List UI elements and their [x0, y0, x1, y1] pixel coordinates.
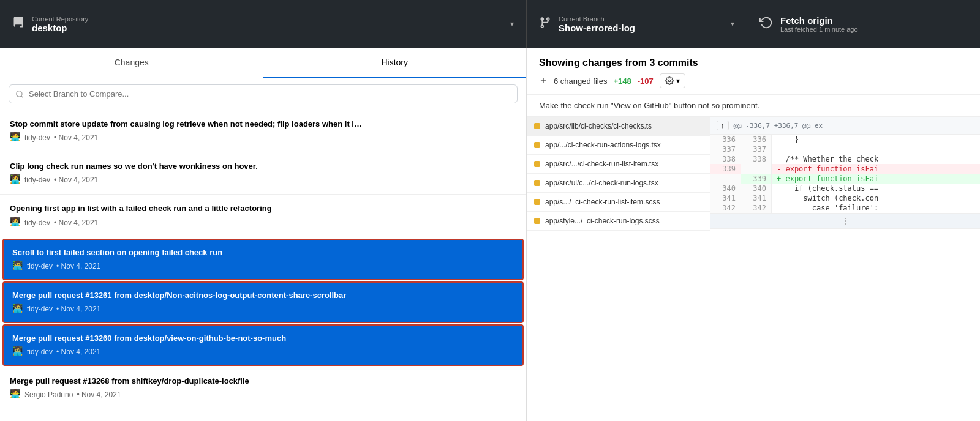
left-panel: Changes History Stop commit store update…	[0, 48, 527, 421]
commit-author: 🧑‍💻 tidy-dev • Nov 4, 2021	[12, 304, 514, 315]
commit-author: 🧑‍💻 tidy-dev • Nov 4, 2021	[10, 132, 516, 143]
fetch-sub: Last fetched 1 minute ago	[780, 26, 968, 33]
commit-author: 🧑‍💻 Sergio Padrino • Nov 4, 2021	[10, 389, 516, 400]
tab-history[interactable]: History	[263, 48, 527, 78]
commit-date: • Nov 4, 2021	[54, 133, 98, 142]
commit-title: Merge pull request #13260 from desktop/v…	[12, 333, 514, 344]
commit-date: • Nov 4, 2021	[56, 305, 100, 313]
line-content: case 'failure':	[772, 203, 980, 213]
author-name: tidy-dev	[27, 305, 53, 313]
line-num-left: 339	[710, 164, 741, 174]
commit-author: 🧑‍💻 tidy-dev • Nov 4, 2021	[10, 217, 516, 228]
commit-item[interactable]: Merge pull request #13261 from desktop/N…	[2, 281, 524, 323]
file-item[interactable]: app/.../ci-check-run-actions-logs.tsx	[527, 136, 710, 155]
commit-item[interactable]: Clip long check run names so we don't ha…	[0, 152, 526, 195]
diff-line: 337 337	[710, 144, 980, 154]
svg-point-2	[668, 80, 671, 82]
author-name: tidy-dev	[24, 218, 50, 227]
file-status-dot	[534, 218, 540, 224]
file-name: app/src/.../ci-check-run-list-item.tsx	[545, 160, 658, 168]
file-item[interactable]: app/style.../_ci-check-run-logs.scss	[527, 212, 710, 231]
repo-icon	[12, 17, 24, 32]
author-avatar: 🧑‍💻	[12, 261, 23, 272]
fetch-section[interactable]: Fetch origin Last fetched 1 minute ago	[747, 0, 980, 48]
file-item[interactable]: app/s.../_ci-check-run-list-item.scss	[527, 193, 710, 212]
diff-line: 339 + export function isFai	[710, 174, 980, 184]
tab-changes[interactable]: Changes	[0, 48, 263, 78]
branch-section[interactable]: Current Branch Show-errored-log ▾	[527, 0, 747, 48]
deletions-count: -107	[638, 76, 654, 86]
commit-date: • Nov 4, 2021	[56, 262, 100, 270]
commit-item[interactable]: Opening first app in list with a failed …	[0, 195, 526, 237]
diff-expand-button[interactable]: ↑	[717, 121, 729, 130]
author-name: tidy-dev	[27, 262, 53, 270]
fetch-text: Fetch origin Last fetched 1 minute ago	[780, 15, 968, 33]
commit-author: 🧑‍💻 tidy-dev • Nov 4, 2021	[10, 174, 516, 185]
files-icon	[539, 76, 548, 85]
file-item[interactable]: app/src/lib/ci-checks/ci-checks.ts	[527, 117, 710, 136]
file-status-dot	[534, 123, 540, 129]
line-num-right: 338	[741, 154, 772, 164]
repo-chevron-icon: ▾	[510, 20, 514, 28]
commit-item[interactable]: Scroll to first failed section on openin…	[2, 239, 524, 280]
repo-text: Current Repository desktop	[32, 15, 503, 33]
line-content: if (check.status ==	[772, 184, 980, 193]
branch-icon	[539, 17, 551, 32]
file-item[interactable]: app/src/ui/c.../ci-check-run-logs.tsx	[527, 174, 710, 193]
file-list: app/src/lib/ci-checks/ci-checks.ts app/.…	[527, 117, 710, 421]
diff-hunk-label: @@ -336,7 +336,7 @@ ex	[734, 122, 823, 130]
diff-line: 341 341 switch (check.con	[710, 193, 980, 203]
diff-lines: 336 336 } 337 337 338 338 /** Whether th…	[710, 135, 980, 213]
author-name: tidy-dev	[24, 133, 50, 142]
additions-count: +148	[613, 76, 631, 86]
line-content: + export function isFai	[772, 174, 980, 184]
file-name: app/.../ci-check-run-actions-logs.tsx	[545, 141, 661, 149]
line-num-right	[741, 164, 772, 174]
commit-list: Stop commit store update from causing lo…	[0, 110, 526, 421]
right-header: Showing changes from 3 commits 6 changed…	[527, 48, 980, 95]
author-avatar: 🧑‍💻	[10, 389, 21, 400]
changed-files-count: 6 changed files	[554, 76, 607, 86]
author-avatar: 🧑‍💻	[12, 346, 23, 357]
right-panel: Showing changes from 3 commits 6 changed…	[527, 48, 980, 421]
search-input[interactable]	[9, 84, 518, 103]
author-name: tidy-dev	[24, 176, 50, 184]
diff-hunk-header-row: ↑ @@ -336,7 +336,7 @@ ex	[710, 117, 980, 135]
file-status-dot	[534, 161, 540, 167]
diff-line: 340 340 if (check.status ==	[710, 184, 980, 193]
commit-title: Opening first app in list with a failed …	[10, 203, 516, 214]
line-num-right: 341	[741, 193, 772, 203]
line-num-right: 336	[741, 135, 772, 144]
tabs: Changes History	[0, 48, 526, 78]
commit-author: 🧑‍💻 tidy-dev • Nov 4, 2021	[12, 261, 514, 272]
diff-settings-button[interactable]: ▾	[660, 73, 685, 88]
branch-chevron-icon: ▾	[731, 20, 734, 28]
repo-label: Current Repository	[32, 15, 503, 23]
commit-item[interactable]: Merge pull request #13260 from desktop/v…	[2, 324, 524, 366]
file-status-dot	[534, 142, 540, 148]
commit-title: Stop commit store update from causing lo…	[10, 119, 516, 130]
commit-date: • Nov 4, 2021	[77, 390, 121, 399]
diff-view[interactable]: ↑ @@ -336,7 +336,7 @@ ex 336 336 } 337 3…	[710, 117, 980, 421]
commit-item[interactable]: Merge pull request #13268 from shiftkey/…	[0, 367, 526, 409]
author-avatar: 🧑‍💻	[10, 174, 21, 185]
commit-item[interactable]: Stop commit store update from causing lo…	[0, 110, 526, 152]
file-name: app/s.../_ci-check-run-list-item.scss	[545, 198, 660, 206]
line-num-left: 342	[710, 203, 741, 213]
file-status-dot	[534, 199, 540, 205]
line-num-left: 340	[710, 184, 741, 193]
diff-line: 338 338 /** Whether the check	[710, 154, 980, 164]
line-num-left: 341	[710, 193, 741, 203]
diff-ellipsis: ⋮	[710, 213, 980, 229]
line-content: }	[772, 135, 980, 144]
branch-text: Current Branch Show-errored-log	[559, 15, 723, 33]
diff-line: 336 336 }	[710, 135, 980, 144]
branch-label: Current Branch	[559, 15, 723, 23]
line-num-left	[710, 174, 741, 184]
line-num-right: 340	[741, 184, 772, 193]
file-item[interactable]: app/src/.../ci-check-run-list-item.tsx	[527, 155, 710, 174]
file-name: app/style.../_ci-check-run-logs.scss	[545, 217, 660, 225]
line-content	[772, 144, 980, 154]
line-num-left: 337	[710, 144, 741, 154]
repo-section[interactable]: Current Repository desktop ▾	[0, 0, 527, 48]
